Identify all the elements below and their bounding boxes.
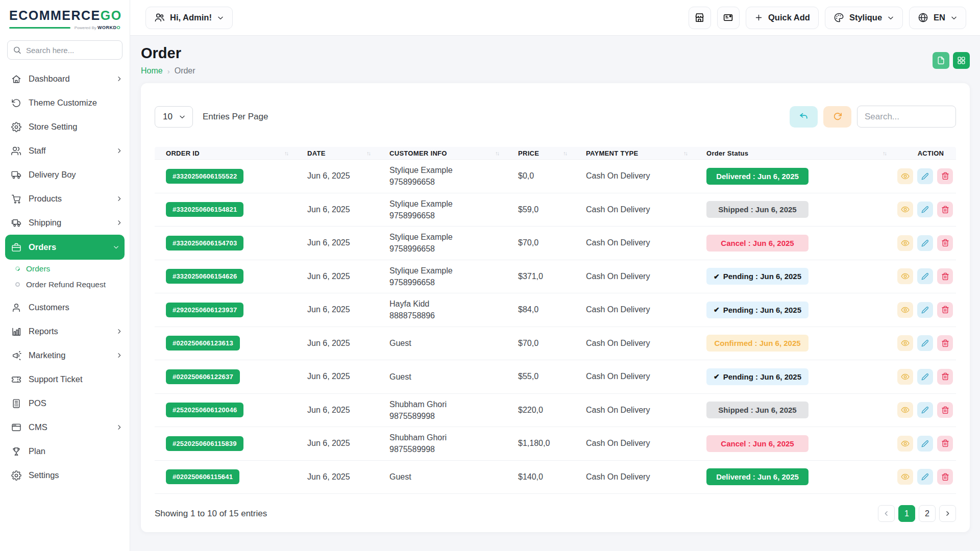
sidebar-item-theme-customize[interactable]: Theme Customize: [0, 91, 130, 115]
column-header-price[interactable]: PRICE↑↓: [507, 149, 575, 157]
delete-order-button[interactable]: [937, 268, 953, 284]
sidebar-item-staff[interactable]: Staff: [0, 139, 130, 163]
edit-order-button[interactable]: [917, 235, 933, 251]
trash-icon: [941, 172, 949, 180]
order-status-badge: Shipped : Jun 6, 2025: [706, 402, 808, 418]
sidebar-search-input[interactable]: [7, 40, 122, 60]
column-header-date[interactable]: DATE↑↓: [296, 149, 378, 157]
column-header-payment-type[interactable]: PAYMENT TYPE↑↓: [575, 149, 695, 157]
theme-switcher-button[interactable]: Stylique: [825, 7, 903, 29]
eye-icon: [901, 239, 910, 247]
sidebar-item-support-ticket[interactable]: Support Ticket: [0, 367, 130, 391]
view-order-button[interactable]: [897, 335, 913, 351]
pagination-prev-button[interactable]: [878, 505, 895, 522]
delete-order-button[interactable]: [937, 335, 953, 351]
column-header-customer-info[interactable]: CUSTOMER INFO↑↓: [378, 149, 507, 157]
edit-order-button[interactable]: [917, 168, 933, 184]
sidebar-item-reports[interactable]: Reports: [0, 319, 130, 343]
theme-name-label: Stylique: [849, 13, 882, 22]
sidebar-item-settings[interactable]: Settings: [0, 463, 130, 487]
delete-order-button[interactable]: [937, 436, 953, 452]
sidebar-item-pos[interactable]: POS: [0, 391, 130, 415]
view-order-button[interactable]: [897, 202, 913, 217]
column-header-order-status[interactable]: Order Status↑↓: [695, 149, 894, 157]
pagination-page-button-1[interactable]: 1: [898, 505, 915, 522]
sidebar-item-label: Customers: [29, 303, 122, 312]
edit-order-button[interactable]: [917, 202, 933, 217]
app-root: ECOMMERCEGO Powered By WORKDO DashboardT…: [0, 0, 980, 551]
delete-order-button[interactable]: [937, 402, 953, 418]
edit-order-button[interactable]: [917, 469, 933, 485]
delete-order-button[interactable]: [937, 369, 953, 385]
refresh-button[interactable]: [823, 106, 851, 128]
file-export-icon: [937, 56, 945, 65]
order-status-badge: Delivered : Jun 6, 2025: [706, 468, 808, 485]
sidebar-item-products[interactable]: Products: [0, 187, 130, 211]
powered-brand: WORKD: [97, 25, 117, 30]
posts-card-button[interactable]: [717, 7, 740, 29]
view-order-button[interactable]: [897, 235, 913, 251]
bullet-ring-icon: [15, 282, 20, 287]
delete-order-button[interactable]: [937, 202, 953, 217]
edit-order-button[interactable]: [917, 268, 933, 284]
view-order-button[interactable]: [897, 369, 913, 385]
delete-order-button[interactable]: [937, 168, 953, 184]
sidebar-item-dashboard[interactable]: Dashboard: [0, 67, 130, 91]
customer-name: Shubham Ghori: [389, 432, 507, 443]
column-header-order-id[interactable]: ORDER ID↑↓: [155, 149, 296, 157]
entries-per-page-label: Entries Per Page: [203, 112, 268, 122]
pencil-icon: [921, 272, 929, 280]
pencil-icon: [921, 239, 929, 247]
grid-view-button[interactable]: [953, 52, 970, 69]
eye-icon: [901, 205, 910, 214]
sidebar-item-marketing[interactable]: Marketing: [0, 343, 130, 367]
main-area: Hi, Admin! Quick Add Stylique EN: [130, 0, 980, 551]
entries-per-page-select[interactable]: 10: [155, 106, 193, 128]
storefront-button[interactable]: [689, 7, 711, 29]
sidebar-subitem-order-refund-request[interactable]: Order Refund Request: [0, 277, 130, 292]
orders-card: 10 Entries Per Page ORDER ID↑↓DATE↑↓CUST…: [141, 83, 970, 532]
ticket-icon: [11, 374, 22, 385]
sidebar-item-cms[interactable]: CMS: [0, 415, 130, 439]
chevron-right-icon: [116, 147, 122, 154]
customer-name: Stylique Example: [389, 265, 507, 277]
pencil-icon: [921, 172, 929, 180]
sidebar-subnav: OrdersOrder Refund Request: [0, 260, 130, 295]
order-status-badge: ✔Pending : Jun 6, 2025: [706, 268, 808, 285]
sidebar-item-orders[interactable]: Orders: [5, 235, 125, 260]
view-order-button[interactable]: [897, 302, 913, 318]
view-order-button[interactable]: [897, 436, 913, 452]
pagination-next-button[interactable]: [939, 505, 956, 522]
customer-phone: 9875589998: [389, 410, 507, 422]
sidebar-item-store-setting[interactable]: Store Setting: [0, 115, 130, 139]
pagination-page-button-2[interactable]: 2: [919, 505, 936, 522]
delete-order-button[interactable]: [937, 302, 953, 318]
sidebar-item-plan[interactable]: Plan: [0, 439, 130, 463]
view-order-button[interactable]: [897, 268, 913, 284]
edit-order-button[interactable]: [917, 369, 933, 385]
sidebar-nav: DashboardTheme CustomizeStore SettingSta…: [0, 63, 130, 551]
table-search-input[interactable]: [857, 106, 956, 128]
sidebar-item-delivery-boy[interactable]: Delivery Boy: [0, 163, 130, 187]
edit-order-button[interactable]: [917, 335, 933, 351]
delete-order-button[interactable]: [937, 235, 953, 251]
quick-add-button[interactable]: Quick Add: [746, 7, 819, 29]
refresh-icon: [832, 112, 842, 121]
sidebar-subitem-orders[interactable]: Orders: [0, 261, 130, 277]
view-order-button[interactable]: [897, 402, 913, 418]
admin-menu-button[interactable]: Hi, Admin!: [145, 7, 233, 29]
breadcrumb-home-link[interactable]: Home: [141, 66, 163, 76]
plus-icon: [754, 13, 763, 22]
language-switcher-button[interactable]: EN: [909, 7, 966, 29]
edit-order-button[interactable]: [917, 402, 933, 418]
delete-order-button[interactable]: [937, 469, 953, 485]
sidebar-item-shipping[interactable]: Shipping: [0, 211, 130, 235]
view-order-button[interactable]: [897, 168, 913, 184]
sidebar-item-customers[interactable]: Customers: [0, 295, 130, 319]
edit-order-button[interactable]: [917, 302, 933, 318]
export-orders-button[interactable]: [933, 52, 949, 69]
undo-button[interactable]: [790, 106, 818, 128]
edit-order-button[interactable]: [917, 436, 933, 452]
view-order-button[interactable]: [897, 469, 913, 485]
customer-name: Guest: [389, 471, 507, 483]
